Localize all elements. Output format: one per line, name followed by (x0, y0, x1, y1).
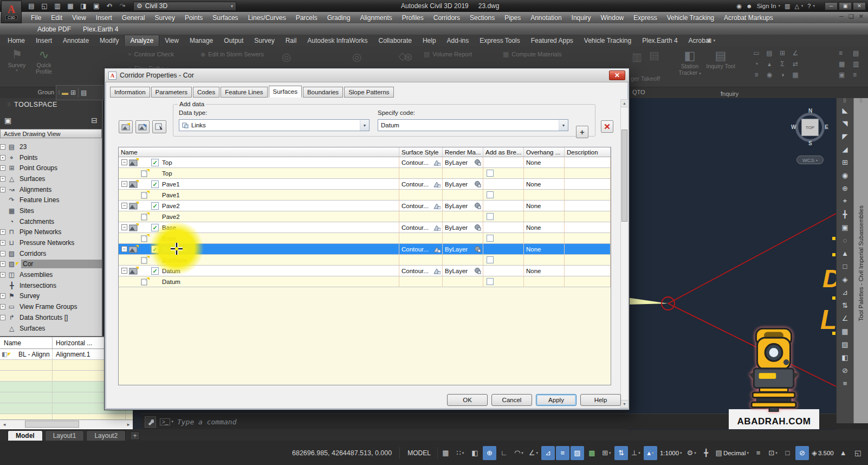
inquiry-grid-icon[interactable]: ▭ (752, 49, 761, 57)
menu-item[interactable]: Lines/Curves (243, 14, 291, 22)
layout-tab[interactable]: Layout1 (45, 430, 85, 441)
tree-item[interactable]: − ↱ Data Shortcuts [] (0, 312, 102, 323)
expand-toggle[interactable]: − (121, 246, 127, 252)
caret-down-icon[interactable]: ▾ (694, 451, 696, 455)
tree-item[interactable]: ╋ Intersections (0, 280, 102, 291)
menu-item[interactable]: File (26, 14, 46, 22)
palette-tool-icon[interactable]: ⊞ (839, 156, 852, 169)
inquiry-grid-icon[interactable]: ▴ (765, 60, 774, 68)
viewcube-south[interactable]: S (808, 140, 812, 146)
ribbon-tab[interactable]: Insert (30, 35, 57, 46)
render-material-icon[interactable] (474, 246, 481, 253)
inquiry-grid-icon[interactable]: ◔ (752, 60, 761, 68)
menu-item[interactable]: Profiles (397, 14, 429, 22)
inquiry-grid-icon[interactable]: ∠ (791, 49, 800, 57)
status-toggle[interactable]: ▨ ▾ (571, 446, 584, 460)
table-row[interactable]: − ✓ Pave2 (119, 211, 611, 222)
edit-storm-sewers-button[interactable]: ◈Edit in Storm Sewers (200, 50, 264, 58)
dialog-button[interactable]: Apply (536, 394, 576, 406)
menu-item[interactable]: Vehicle Tracking (662, 14, 719, 22)
panel-icon[interactable]: ≡ (839, 49, 847, 57)
status-toggle[interactable]: ▲ ▾ (837, 446, 850, 460)
wcs-dropdown[interactable]: WCS▾ (796, 156, 824, 164)
status-toggle[interactable]: ▩ ▾ (585, 446, 599, 460)
chevron-down-icon[interactable]: ▾ (559, 120, 568, 131)
qat-icon[interactable]: ◱ ▾ (39, 2, 50, 10)
dialog-tab[interactable]: Boundaries (303, 87, 343, 98)
expand-toggle[interactable]: − (121, 224, 127, 230)
render-material-icon[interactable] (474, 224, 481, 231)
caret-down-icon[interactable]: ▾ (747, 451, 749, 455)
status-toggle[interactable]: ⊡ ▾ (766, 446, 780, 460)
ribbon-tab[interactable]: Rail (280, 35, 302, 46)
tree-expand-toggle[interactable]: + (0, 240, 5, 246)
palette-tool-icon[interactable]: ▦ (839, 325, 852, 338)
scroll-right-icon[interactable]: ▸ (124, 422, 133, 427)
new-layout-button[interactable]: + (130, 431, 140, 440)
menu-item[interactable]: Acrobat Markups (719, 14, 778, 22)
style-picker-icon[interactable] (433, 203, 441, 209)
status-toggle[interactable]: ⊕ ▾ (483, 446, 496, 460)
menu-item[interactable]: Corridors (429, 14, 465, 22)
render-material-icon[interactable] (474, 181, 481, 188)
pick-surface-style-button[interactable] (152, 120, 166, 133)
ribbon-tab[interactable]: Survey (249, 35, 280, 46)
qat-icon[interactable]: ▥ ▾ (52, 2, 63, 10)
palette-tool-icon[interactable]: ⊿ (839, 286, 852, 299)
status-toggle[interactable]: 1:1000 ▾ (658, 446, 684, 460)
palette-tool-icon[interactable]: ⌖ (839, 195, 852, 208)
surface-visibility-checkbox[interactable]: ✓ (151, 180, 159, 188)
specify-code-dropdown[interactable]: Datum ▾ (378, 119, 568, 131)
ribbon-tab[interactable]: Express Tools (474, 35, 525, 46)
caret-down-icon[interactable]: ▾ (171, 419, 173, 424)
ribbon-tab[interactable]: Manage (184, 35, 218, 46)
viewcube-east[interactable]: E (825, 124, 828, 130)
tree-item[interactable]: + ⊓ Pipe Networks (0, 227, 102, 238)
inquiry-grid-icon[interactable]: ⇄ (791, 60, 800, 68)
status-toggle[interactable]: ⊘ ▾ (795, 446, 809, 460)
viewcube-top-face[interactable]: TOP (801, 119, 819, 136)
toolbar-grip[interactable]: ⣿ (859, 98, 863, 103)
menu-item[interactable]: General (117, 14, 150, 22)
ribbon-tab[interactable]: Featured Apps (526, 35, 579, 46)
palette-tool-icon[interactable]: ◌ (839, 234, 852, 247)
prospector-icon[interactable]: ▣ (4, 116, 11, 125)
dialog-scrollbar[interactable]: ▲ ▼ (620, 99, 629, 408)
surface-visibility-checkbox[interactable]: ✓ (151, 159, 159, 166)
menu-item[interactable]: View (67, 14, 91, 22)
info-doc-icon[interactable]: ▤ (81, 89, 87, 96)
status-toggle[interactable]: ╋ ▾ (699, 446, 713, 460)
tree-item[interactable]: + ⚑ Survey (0, 291, 102, 302)
quick-profile-button[interactable]: ∿ Quick Profile (30, 48, 57, 75)
caret-down-icon[interactable]: ▾ (652, 451, 654, 455)
breakline-checkbox[interactable] (487, 278, 494, 285)
scroll-down-icon[interactable]: ▼ (621, 400, 628, 408)
tree-expand-toggle[interactable]: • (0, 155, 5, 160)
menu-item[interactable]: Express (629, 14, 662, 22)
menu-item[interactable]: Pipes (500, 14, 526, 22)
menu-item[interactable]: Points (180, 14, 208, 22)
palette-tool-icon[interactable]: ⊕ (839, 182, 852, 195)
render-material-icon[interactable] (474, 159, 481, 166)
restore-button[interactable]: ▣ (839, 2, 852, 10)
dialog-tab[interactable]: Surfaces (269, 86, 302, 98)
customize-wrench-icon[interactable] (145, 416, 156, 428)
menu-item[interactable]: Window (596, 14, 629, 22)
ribbon-tab[interactable]: View (159, 35, 184, 46)
dialog-button[interactable]: OK (447, 394, 488, 406)
panel-grip[interactable]: ⁞⁞ (8, 102, 11, 107)
palette-tool-icon[interactable]: ◧ (839, 351, 852, 364)
table-row[interactable]: − ✓ Pave1 Contour... (119, 179, 611, 190)
tree-expand-toggle[interactable]: + (0, 176, 5, 182)
help-icon[interactable]: ? (807, 3, 811, 9)
menu-item[interactable]: Adobe PDF (31, 25, 77, 33)
ribbon-tab[interactable]: Plex.Earth 4 (637, 35, 683, 46)
caret-down-icon[interactable]: ▾ (111, 4, 113, 8)
tree-item[interactable]: ↷ Feature Lines (0, 195, 102, 205)
qat-icon[interactable]: ↷ ▾ (117, 2, 128, 10)
ribbon-tab[interactable]: Add-ins (442, 35, 475, 46)
menu-item[interactable]: Plex.Earth 4 (77, 25, 124, 33)
status-toggle[interactable]: ⚙ ▾ (685, 446, 698, 460)
caret-down-icon[interactable]: ▾ (521, 451, 523, 455)
table-row[interactable]: − ✓ Pave2 Contour... (119, 201, 611, 211)
